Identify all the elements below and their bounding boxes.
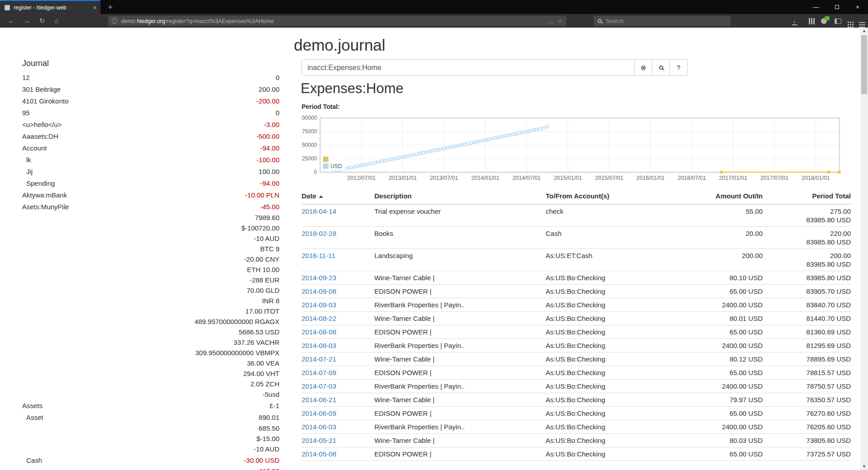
account-link[interactable]: lk — [22, 156, 31, 164]
account-link[interactable]: 4101 Girokonto — [22, 97, 69, 105]
extension-button[interactable] — [818, 17, 830, 26]
browser-tab[interactable]: register - hledger-web × — [0, 0, 100, 14]
apps-grid-button[interactable] — [844, 17, 856, 26]
query-form: ⊗ ? — [302, 59, 688, 76]
account-link[interactable]: Jij — [22, 168, 33, 175]
account-balance: -94.00 — [260, 144, 279, 152]
transaction-date-cell: 2014-07-09 — [302, 366, 374, 380]
sidebar-account-row: Asset890.01 — [22, 411, 279, 423]
transaction-amount: 80.03 USD — [672, 434, 763, 447]
account-balance: 489.957000000000 RGAGX — [194, 318, 279, 325]
account-link[interactable]: Aktywa:mBank — [22, 191, 67, 199]
transaction-date-link[interactable]: 2014-09-08 — [302, 287, 336, 295]
account-balance: 200.00 — [259, 85, 279, 93]
scroll-down-icon[interactable]: ▼ — [860, 463, 868, 470]
account-link[interactable]: 95 — [22, 109, 30, 117]
period-total-cell: 76205.60 USD — [763, 420, 851, 434]
transaction-date-link[interactable]: 2014-07-03 — [302, 382, 336, 390]
register-row: 2014-07-21Wine-Tarner Cable |As:US:Bo:Ch… — [302, 352, 851, 366]
account-link[interactable]: 301 Beiträge — [22, 85, 61, 93]
transaction-date-link[interactable]: 2014-06-03 — [302, 423, 336, 431]
new-tab-button[interactable]: + — [105, 2, 116, 13]
home-button[interactable]: ⌂ — [50, 15, 63, 27]
clear-query-button[interactable]: ⊗ — [635, 59, 652, 76]
sidebar-account-row: 36.00 VEA — [22, 358, 279, 368]
period-total-cell: 78815.57 USD — [763, 366, 851, 380]
transaction-date-link[interactable]: 2018-02-28 — [302, 230, 336, 237]
account-balance: 890.01 — [259, 414, 279, 421]
query-input[interactable] — [302, 59, 635, 76]
account-link[interactable]: Aaasets:DH — [22, 132, 58, 140]
svg-text:2018/01/01: 2018/01/01 — [802, 175, 830, 181]
download-button[interactable]: ↓ — [788, 17, 800, 26]
account-link[interactable]: 12 — [22, 74, 30, 81]
account-balance: -500.00 — [256, 132, 279, 140]
forward-button[interactable]: → — [20, 15, 33, 27]
period-total-label: Period Total: — [302, 103, 340, 110]
period-total-cell: 200.0083985.80 USD — [763, 249, 851, 271]
register-row: 2014-09-23Wine-Tarner Cable |As:US:Bo:Ch… — [302, 271, 851, 285]
reload-button[interactable]: ↻ — [35, 15, 49, 27]
menu-button[interactable] — [856, 17, 868, 26]
transaction-date-link[interactable]: 2014-07-09 — [302, 369, 336, 376]
search-submit-button[interactable] — [652, 59, 670, 76]
page-actions-icon[interactable]: … — [547, 18, 553, 24]
transaction-description: Books — [374, 227, 546, 249]
period-total-cell: 83840.70 USD — [763, 298, 851, 312]
transaction-account: As:US:Bo:Checking — [546, 339, 672, 352]
transaction-date-link[interactable]: 2014-06-09 — [302, 409, 336, 417]
site-info-icon[interactable]: i — [112, 18, 118, 24]
svg-text:75000: 75000 — [302, 128, 317, 135]
transaction-account: As:US:Bo:Checking — [546, 447, 672, 461]
account-heading: Expenses:Home — [301, 80, 403, 97]
transaction-amount: 79.97 USD — [672, 393, 763, 407]
tab-close-icon[interactable]: × — [93, 4, 97, 11]
transaction-date-link[interactable]: 2014-09-03 — [302, 301, 336, 309]
transaction-date-cell: 2014-05-08 — [302, 447, 374, 461]
library-button[interactable] — [803, 17, 815, 26]
transaction-date-link[interactable]: 2014-08-08 — [302, 328, 336, 336]
scroll-up-icon[interactable]: ▲ — [860, 28, 868, 34]
back-button[interactable]: ← — [5, 15, 18, 27]
journal-link[interactable]: Journal — [22, 59, 279, 71]
account-link[interactable]: Asset — [22, 414, 43, 421]
transaction-date-link[interactable]: 2014-09-23 — [302, 274, 336, 282]
account-balance: -10.00 PLN — [245, 191, 279, 199]
transaction-description: Wine-Tarner Cable | — [374, 393, 546, 407]
account-link[interactable]: Account — [22, 144, 47, 152]
account-balance: -30.00 USD — [244, 456, 279, 464]
account-link[interactable]: <u>hello</u> — [22, 121, 62, 128]
transaction-date-link[interactable]: 2014-07-21 — [302, 355, 336, 363]
transaction-amount: 65.00 USD — [672, 407, 763, 420]
sidebar-toggle-button[interactable] — [832, 17, 844, 26]
account-link[interactable]: Cash — [22, 456, 42, 464]
register-row: 2014-07-09EDISON POWER |As:US:Bo:Checkin… — [302, 366, 851, 380]
transaction-amount: 65.00 USD — [672, 285, 763, 298]
column-header-date[interactable]: Date — [302, 188, 374, 204]
transaction-date-link[interactable]: 2014-05-08 — [302, 450, 336, 458]
restore-button[interactable] — [826, 0, 847, 14]
transaction-date-link[interactable]: 2016-11-11 — [302, 252, 335, 259]
account-link[interactable]: Assets — [22, 402, 42, 409]
transaction-date-link[interactable]: 2014-08-03 — [302, 342, 336, 349]
scrollbar-thumb[interactable] — [861, 35, 867, 94]
minimize-button[interactable]: — — [806, 0, 826, 14]
page-scrollbar[interactable]: ▲ ▼ — [860, 28, 868, 470]
help-button[interactable]: ? — [670, 59, 688, 76]
browser-search-bar[interactable]: Search — [594, 16, 731, 26]
register-row: 2014-05-21Wine-Tarner Cable |As:US:Bo:Ch… — [302, 434, 851, 447]
url-bar[interactable]: i demo.hledger.org/register?q=inacct%3AE… — [108, 16, 566, 26]
transaction-date-link[interactable]: 2014-06-21 — [302, 396, 336, 404]
close-window-button[interactable]: × — [847, 0, 868, 14]
bookmark-star-icon[interactable]: ☆ — [557, 18, 563, 24]
transaction-date-link[interactable]: 2014-05-21 — [302, 437, 336, 444]
account-link[interactable]: Asets:MunyPile — [22, 203, 69, 211]
transaction-description: EDISON POWER | — [374, 325, 546, 339]
transaction-account: As:US:Bo:Checking — [546, 420, 672, 434]
account-balance: INR 8 — [262, 297, 279, 305]
svg-text:2017/07/01: 2017/07/01 — [760, 175, 789, 181]
transaction-date-link[interactable]: 2014-08-22 — [302, 315, 336, 322]
account-link[interactable]: Spending — [22, 179, 55, 187]
transaction-date-link[interactable]: 2018-04-14 — [302, 207, 336, 215]
transaction-description: Wine-Tarner Cable | — [374, 352, 546, 366]
